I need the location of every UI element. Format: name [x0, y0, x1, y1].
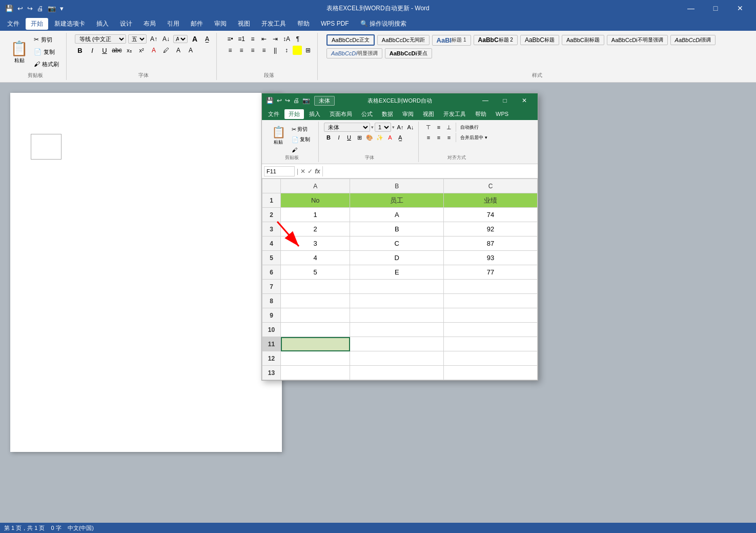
- style-subtitle[interactable]: AaBbC副标题: [562, 35, 604, 45]
- word-menu-newtab[interactable]: 新建选项卡: [49, 18, 90, 30]
- word-menu-layout[interactable]: 布局: [138, 18, 161, 30]
- formula-input[interactable]: [325, 168, 536, 175]
- cell-11-A[interactable]: [281, 337, 350, 351]
- style-no-spacing[interactable]: AaBbCcDc无间距: [377, 35, 430, 45]
- excel-text-shadow-button[interactable]: ✨: [375, 133, 384, 142]
- shading-button[interactable]: [293, 46, 302, 55]
- excel-format-painter-button[interactable]: 🖌: [290, 145, 315, 154]
- format-painter-button[interactable]: 🖌格式刷: [31, 58, 62, 70]
- excel-camera-icon[interactable]: 📷: [302, 97, 310, 104]
- excel-merge-center-button[interactable]: 合并后居中 ▾: [458, 133, 489, 142]
- excel-font-select[interactable]: 未体: [324, 123, 370, 132]
- word-menu-file[interactable]: 文件: [2, 18, 25, 30]
- row-header-9[interactable]: 9: [262, 308, 281, 323]
- style-title[interactable]: AaBbC标题: [520, 35, 559, 45]
- minimize-button[interactable]: —: [679, 0, 703, 16]
- col-header-b[interactable]: B: [350, 179, 444, 193]
- excel-undo-icon[interactable]: ↩: [277, 97, 282, 104]
- excel-paste-button[interactable]: 📋 粘贴: [268, 123, 289, 148]
- excel-align-left-button[interactable]: ≡: [424, 133, 433, 142]
- italic-button[interactable]: I: [87, 45, 97, 55]
- cell-8-B[interactable]: [350, 294, 444, 308]
- cell-6-A[interactable]: 5: [281, 265, 350, 280]
- cell-1-C[interactable]: 业绩: [444, 193, 538, 208]
- excel-menu-wps[interactable]: WPS: [492, 110, 513, 118]
- clear-format-button[interactable]: A: [190, 34, 200, 44]
- excel-font-name-bar[interactable]: 未体: [314, 96, 335, 106]
- numbering-button[interactable]: ≡1: [236, 34, 247, 44]
- excel-menu-insert[interactable]: 插入: [305, 109, 324, 119]
- cell-reference-box[interactable]: F11: [264, 166, 295, 176]
- cell-12-A[interactable]: [281, 351, 350, 366]
- col-header-a[interactable]: A: [281, 179, 350, 193]
- word-menu-search[interactable]: 🔍 操作说明搜索: [355, 18, 412, 30]
- highlight-color-button[interactable]: 🖊: [161, 45, 171, 55]
- sort-button[interactable]: ↕A: [281, 34, 292, 44]
- row-header-4[interactable]: 4: [262, 236, 281, 251]
- dropdown-icon[interactable]: ▾: [59, 4, 65, 13]
- multilevel-list-button[interactable]: ≡: [248, 34, 258, 44]
- row-header-7[interactable]: 7: [262, 280, 281, 294]
- cell-1-B[interactable]: 员工: [350, 193, 444, 208]
- cell-7-C[interactable]: [444, 280, 538, 294]
- excel-decrease-font-button[interactable]: A↓: [406, 123, 415, 132]
- strikethrough-button[interactable]: abc: [112, 45, 122, 55]
- cell-7-A[interactable]: [281, 280, 350, 294]
- cell-5-B[interactable]: D: [350, 251, 444, 265]
- align-center-button[interactable]: ≡: [236, 45, 247, 55]
- decrease-indent-button[interactable]: ⇤: [259, 34, 269, 44]
- subscript-button[interactable]: x₂: [124, 45, 134, 55]
- excel-maximize-button[interactable]: □: [496, 93, 514, 108]
- cancel-formula-icon[interactable]: ✕: [300, 168, 305, 175]
- cell-8-A[interactable]: [281, 294, 350, 308]
- borders-button[interactable]: ⊞: [303, 45, 313, 55]
- font-shadow-button[interactable]: A: [186, 45, 196, 55]
- show-formatting-button[interactable]: ¶: [293, 34, 303, 44]
- excel-copy-button[interactable]: 📄 复制: [290, 135, 315, 144]
- style-emphasis[interactable]: AaBbCcDi强调: [670, 35, 716, 45]
- excel-menu-view[interactable]: 视图: [419, 109, 438, 119]
- maximize-button[interactable]: □: [704, 0, 727, 16]
- word-menu-references[interactable]: 引用: [162, 18, 185, 30]
- font-style-select[interactable]: Aa: [173, 35, 188, 43]
- cell-1-A[interactable]: No: [281, 193, 350, 208]
- confirm-formula-icon[interactable]: ✓: [308, 168, 313, 175]
- paste-button[interactable]: 📋 粘贴: [8, 39, 30, 65]
- increase-indent-button[interactable]: ⇥: [270, 34, 280, 44]
- style-strong[interactable]: AaBbCcDi要点: [385, 48, 432, 58]
- row-header-12[interactable]: 12: [262, 351, 281, 366]
- redo-icon[interactable]: ↪: [26, 4, 34, 13]
- cell-6-C[interactable]: 77: [444, 265, 538, 280]
- excel-save-icon[interactable]: 💾: [266, 97, 274, 104]
- cell-10-A[interactable]: [281, 323, 350, 337]
- excel-menu-home[interactable]: 开始: [284, 109, 304, 119]
- cell-9-B[interactable]: [350, 308, 444, 323]
- cell-11-B[interactable]: [350, 337, 444, 351]
- excel-close-button[interactable]: ✕: [515, 93, 534, 108]
- col-header-c[interactable]: C: [444, 179, 538, 193]
- cell-6-B[interactable]: E: [350, 265, 444, 280]
- excel-border-button[interactable]: ⊞: [355, 133, 364, 142]
- font-color-button[interactable]: A: [149, 45, 159, 55]
- print-icon[interactable]: 🖨: [36, 4, 45, 13]
- cell-12-C[interactable]: [444, 351, 538, 366]
- cell-8-C[interactable]: [444, 294, 538, 308]
- camera-icon[interactable]: 📷: [47, 4, 57, 13]
- cell-10-B[interactable]: [350, 323, 444, 337]
- style-subtle-emphasis[interactable]: AaBbCcDi不明显强调: [607, 35, 668, 45]
- row-header-8[interactable]: 8: [262, 294, 281, 308]
- excel-align-middle-button[interactable]: ≡: [434, 123, 443, 132]
- style-normal[interactable]: AaBbCcDc正文: [326, 34, 375, 46]
- word-menu-design[interactable]: 设计: [115, 18, 137, 30]
- row-header-10[interactable]: 10: [262, 323, 281, 337]
- excel-menu-formulas[interactable]: 公式: [357, 109, 377, 119]
- cell-4-B[interactable]: C: [350, 236, 444, 251]
- cell-3-A[interactable]: 2: [281, 222, 350, 236]
- style-heading2[interactable]: AaBbC标题 2: [474, 35, 518, 45]
- bold-button[interactable]: B: [75, 45, 85, 55]
- cell-2-A[interactable]: 1: [281, 208, 350, 222]
- style-intense-emphasis[interactable]: AaBbCcDi明显强调: [326, 48, 382, 58]
- cell-11-C[interactable]: [444, 337, 538, 351]
- word-menu-home[interactable]: 开始: [26, 18, 48, 30]
- excel-bold-button[interactable]: B: [324, 133, 333, 142]
